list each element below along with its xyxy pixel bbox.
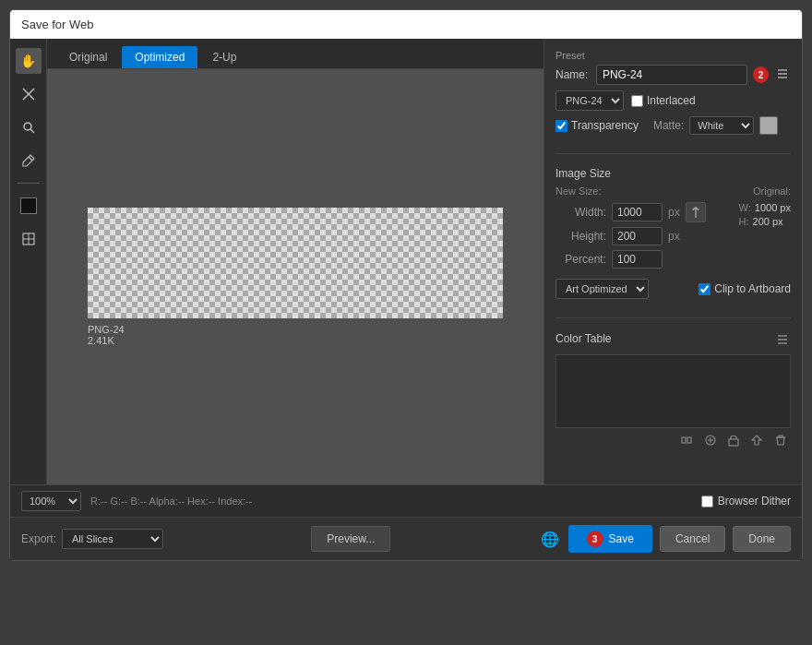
cancel-button[interactable]: Cancel — [660, 526, 725, 552]
width-label: Width: — [555, 206, 606, 219]
interlaced-label[interactable]: Interlaced — [631, 94, 696, 107]
save-badge: 3 — [587, 531, 603, 547]
original-w-label: W: — [739, 202, 751, 213]
foreground-color[interactable] — [16, 193, 42, 219]
done-button[interactable]: Done — [733, 526, 791, 552]
color-table-icon-bar — [555, 428, 791, 455]
height-label: Height: — [555, 230, 606, 243]
color-table-shift-icon[interactable] — [746, 432, 767, 451]
eyedropper-tool[interactable] — [16, 148, 42, 173]
save-for-web-dialog: Save for Web ✋ — [9, 9, 803, 561]
original-h-row: H: 200 px — [739, 216, 791, 227]
preset-badge[interactable]: 2 — [753, 66, 769, 83]
width-input[interactable] — [612, 203, 663, 221]
tab-optimized[interactable]: Optimized — [122, 46, 197, 68]
slice-visibility[interactable] — [16, 226, 42, 252]
save-button[interactable]: 3 Save — [568, 525, 652, 553]
pixel-status: R:-- G:-- B:-- Alpha:-- Hex:-- Index:-- — [90, 496, 692, 507]
image-format: PNG-24 — [88, 324, 125, 335]
matte-row: Matte: White Black None — [653, 116, 778, 135]
bottom-bar: 100% 50% 200% R:-- G:-- B:-- Alpha:-- He… — [10, 484, 802, 517]
divider-2 — [555, 317, 791, 318]
preset-label: Preset — [555, 50, 791, 61]
original-w-row: W: 1000 px — [739, 202, 791, 213]
browser-dither-checkbox[interactable] — [701, 496, 713, 508]
tab-2up[interactable]: 2-Up — [199, 46, 249, 68]
tab-original[interactable]: Original — [56, 46, 120, 68]
image-info: PNG-24 2.41K — [88, 324, 503, 346]
transparency-checkbox[interactable] — [555, 120, 567, 132]
matte-select[interactable]: White Black None — [689, 116, 754, 135]
color-table-menu-btn[interactable] — [774, 331, 791, 351]
height-input[interactable] — [612, 227, 663, 245]
main-content: ✋ — [10, 39, 802, 484]
preset-name-row: Name: 2 — [555, 65, 791, 85]
preset-section: Preset Name: 2 PNG-24 — [555, 50, 791, 140]
zoom-select[interactable]: 100% 50% 200% — [21, 491, 81, 511]
preset-name-input[interactable] — [596, 65, 747, 85]
percent-row: Percent: — [555, 250, 721, 269]
original-values: Original: W: 1000 px H: 200 px — [739, 185, 791, 273]
height-row: Height: px — [555, 227, 721, 245]
export-select[interactable]: All Slices Selected Slices — [62, 529, 163, 549]
svg-rect-13 — [687, 437, 691, 443]
matte-label: Matte: — [653, 119, 684, 132]
image-size: 2.41K — [88, 335, 114, 346]
hand-tool[interactable]: ✋ — [16, 48, 42, 74]
preset-menu-btn[interactable] — [774, 66, 791, 85]
clip-artboard-label[interactable]: Clip to Artboard — [699, 282, 791, 295]
color-table-lock-icon[interactable] — [724, 432, 743, 451]
clip-artboard-checkbox[interactable] — [699, 283, 710, 295]
interlaced-checkbox[interactable] — [631, 95, 643, 107]
image-size-section: Image Size New Size: Width: px — [555, 167, 791, 305]
svg-rect-12 — [682, 437, 686, 443]
matte-color-swatch[interactable] — [759, 116, 778, 135]
svg-line-1 — [30, 129, 34, 133]
canvas-view: PNG-24 2.41K — [47, 69, 543, 484]
width-unit: px — [668, 206, 680, 219]
color-table-map-icon[interactable] — [676, 432, 697, 451]
quality-select[interactable]: Art Optimized Bicubic Bilinear — [555, 279, 649, 299]
svg-rect-17 — [729, 439, 738, 446]
title-bar: Save for Web — [10, 10, 802, 39]
original-h-label: H: — [739, 216, 749, 227]
left-panel: ✋ — [10, 39, 543, 484]
slice-tool[interactable] — [16, 81, 42, 107]
preview-button[interactable]: Preview... — [311, 526, 390, 552]
color-table-section: Color Table — [555, 331, 791, 473]
original-label: Original: — [739, 185, 791, 197]
color-table-area — [555, 354, 791, 428]
link-proportions-icon[interactable] — [686, 202, 706, 222]
browser-preview-icon[interactable]: 🌐 — [539, 529, 561, 550]
original-w-value: 1000 px — [755, 202, 791, 213]
dialog-title: Save for Web — [21, 18, 94, 31]
image-size-body: New Size: Width: px — [555, 185, 791, 273]
svg-point-0 — [24, 123, 31, 130]
new-size-label: New Size: — [555, 185, 721, 197]
height-unit: px — [668, 230, 680, 243]
percent-label: Percent: — [555, 253, 606, 266]
canvas-area: Original Optimized 2-Up PNG-24 2.41K — [47, 39, 543, 484]
browser-dither-label[interactable]: Browser Dither — [701, 495, 791, 508]
transparency-label[interactable]: Transparency — [555, 119, 639, 132]
format-row: PNG-24 PNG-8 JPEG GIF Interlaced — [555, 90, 791, 111]
image-size-header: Image Size — [555, 167, 791, 180]
format-select[interactable]: PNG-24 PNG-8 JPEG GIF — [555, 90, 624, 111]
export-section: Export: All Slices Selected Slices — [21, 529, 163, 549]
original-h-value: 200 px — [753, 216, 783, 227]
svg-line-2 — [29, 157, 32, 161]
quality-clip-row: Art Optimized Bicubic Bilinear Clip to A… — [555, 279, 791, 299]
size-fields: New Size: Width: px — [555, 185, 721, 273]
zoom-tool[interactable] — [16, 114, 42, 140]
white-overlay — [88, 208, 503, 318]
color-table-add-icon[interactable] — [700, 432, 721, 451]
color-table-header: Color Table — [555, 331, 791, 351]
image-preview — [88, 208, 503, 318]
name-label: Name: — [555, 68, 591, 81]
width-row: Width: px — [555, 202, 721, 222]
toolbar: ✋ — [10, 39, 47, 484]
tabs-bar: Original Optimized 2-Up — [47, 39, 543, 69]
export-label: Export: — [21, 532, 56, 545]
percent-input[interactable] — [612, 250, 663, 269]
color-table-delete-icon[interactable] — [770, 432, 791, 451]
